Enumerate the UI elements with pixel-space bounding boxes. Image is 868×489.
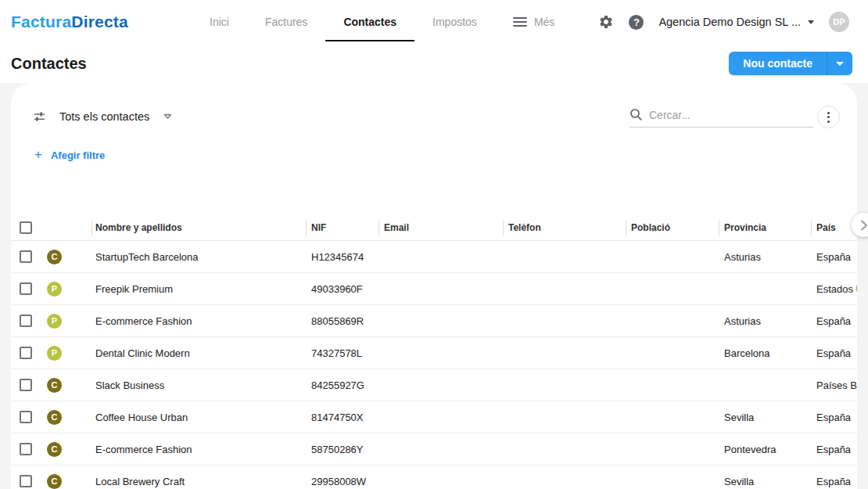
nav-item-label: Més	[534, 16, 554, 28]
table-row[interactable]: PDental Clinic Modern74327578LBarcelonaE…	[11, 337, 857, 369]
row-avatar-cell: C	[43, 410, 91, 425]
contact-province: Sevilla	[719, 476, 811, 487]
nav-item-label: Contactes	[343, 16, 396, 28]
table-row[interactable]: CCoffee House Urban81474750XSevillaEspañ…	[11, 401, 857, 433]
table-row[interactable]: PFreepik Premium49033960FEstados Unidos	[11, 273, 857, 305]
user-avatar[interactable]: DP	[829, 12, 849, 32]
row-select-cell	[11, 347, 43, 359]
nav-item-label: Impostos	[432, 16, 477, 28]
contact-country: España	[811, 412, 857, 423]
chevron-down-outline-icon	[163, 113, 172, 120]
contact-name: E-commerce Fashion	[91, 444, 306, 455]
contact-avatar: C	[47, 474, 62, 489]
row-checkbox[interactable]	[20, 315, 32, 327]
chevron-down-icon	[836, 62, 844, 66]
table-row[interactable]: PE-commerce Fashion88055869RAsturiasEspa…	[11, 305, 857, 337]
column-header-province[interactable]: Provincia	[719, 222, 811, 233]
nav-item-contactes[interactable]: Contactes	[325, 0, 414, 44]
contact-nif: 29958008W	[306, 476, 378, 487]
column-header-email[interactable]: Email	[378, 222, 503, 233]
table-body: CStartupTech BarcelonaH12345674AsturiasE…	[11, 241, 857, 489]
search-box	[629, 108, 813, 128]
search-input[interactable]	[649, 109, 813, 121]
hamburger-icon	[513, 15, 527, 29]
row-avatar-cell: P	[43, 346, 91, 361]
column-header-country[interactable]: País	[811, 222, 857, 233]
company-name: Agencia Demo Design SL ...	[658, 16, 801, 28]
row-avatar-cell: C	[43, 474, 91, 489]
select-all-cell	[11, 221, 43, 234]
contact-province: Sevilla	[719, 412, 811, 423]
contact-country: España	[811, 347, 857, 359]
help-icon[interactable]: ?	[629, 15, 644, 30]
view-selector-label: Tots els contactes	[59, 110, 149, 123]
row-checkbox[interactable]	[20, 347, 32, 359]
contact-province: Barcelona	[719, 347, 811, 359]
contact-nif: H12345674	[306, 251, 378, 263]
column-header-phone[interactable]: Telèfon	[503, 222, 626, 233]
nav-item-factures[interactable]: Factures	[247, 0, 325, 44]
contact-country: España	[811, 251, 857, 263]
row-checkbox[interactable]	[20, 250, 32, 263]
nav-item-inici[interactable]: Inici	[192, 0, 247, 44]
new-contact-button[interactable]: Nou contacte	[729, 52, 827, 75]
contact-name: Coffee House Urban	[91, 412, 306, 423]
page-title: Contactes	[11, 55, 87, 73]
add-filter-label: Afegir filtre	[51, 149, 105, 161]
contact-avatar: C	[47, 442, 62, 457]
settings-gear-icon[interactable]	[598, 14, 614, 30]
brand-logo[interactable]: FacturaDirecta	[11, 0, 128, 44]
contact-nif: 49033960F	[306, 283, 378, 295]
table-row[interactable]: CStartupTech BarcelonaH12345674AsturiasE…	[11, 241, 857, 273]
contact-country: Estados Unidos	[811, 283, 857, 295]
navbar-right: ? Agencia Demo Design SL ... DP	[598, 0, 849, 44]
contact-avatar: P	[47, 282, 62, 297]
contact-nif: 84255927G	[306, 379, 378, 391]
row-checkbox[interactable]	[20, 475, 32, 487]
table-row[interactable]: CLocal Brewery Craft29958008WSevillaEspa…	[11, 466, 857, 489]
row-checkbox[interactable]	[20, 379, 32, 391]
view-selector[interactable]: Tots els contactes	[33, 110, 172, 124]
column-header-nif[interactable]: NIF	[306, 222, 378, 233]
nav-item-mes[interactable]: Més	[495, 0, 572, 44]
table-row[interactable]: CE-commerce Fashion58750286YPontevedraEs…	[11, 433, 857, 466]
chevron-right-icon	[859, 220, 868, 231]
contact-country: España	[811, 315, 857, 327]
row-select-cell	[11, 315, 43, 327]
contact-province: Asturias	[719, 315, 811, 327]
chevron-down-icon	[808, 20, 814, 24]
contact-avatar: C	[47, 378, 62, 393]
nav-item-impostos[interactable]: Impostos	[414, 0, 495, 44]
table-options-kebab-button[interactable]	[817, 106, 840, 128]
column-header-name[interactable]: Nombre y apellidos	[91, 222, 306, 233]
contacts-card: Tots els contactes + Afegir filtre	[11, 83, 857, 489]
row-select-cell	[11, 282, 43, 295]
contact-avatar: C	[47, 410, 62, 425]
row-select-cell	[11, 379, 43, 391]
question-mark-glyph: ?	[629, 15, 644, 30]
new-contact-split-button: Nou contacte	[729, 52, 852, 75]
contact-name: Freepik Premium	[91, 283, 306, 295]
contact-country: España	[811, 476, 857, 487]
brand-part-2: Directa	[71, 13, 128, 31]
account-switcher[interactable]: Agencia Demo Design SL ...	[658, 16, 814, 28]
contact-country: Países Bajos	[811, 379, 857, 391]
app-screen: FacturaDirecta Inici Factures Contactes …	[0, 0, 868, 489]
title-bar: Contactes Nou contacte	[0, 44, 868, 83]
row-checkbox[interactable]	[20, 282, 32, 295]
search-icon	[629, 108, 643, 121]
row-checkbox[interactable]	[20, 443, 32, 455]
top-header-band: FacturaDirecta Inici Factures Contactes …	[0, 0, 868, 83]
contact-province: Pontevedra	[719, 444, 811, 455]
navbar: FacturaDirecta Inici Factures Contactes …	[0, 0, 868, 44]
column-header-city[interactable]: Població	[626, 222, 719, 233]
contact-nif: 58750286Y	[306, 444, 378, 455]
new-contact-dropdown-button[interactable]	[827, 52, 852, 75]
row-checkbox[interactable]	[20, 411, 32, 423]
add-filter-link[interactable]: + Afegir filtre	[34, 149, 105, 161]
contact-country: España	[811, 444, 857, 455]
table-row[interactable]: CSlack Business84255927GPaíses Bajos	[11, 369, 857, 401]
card-toolbar: Tots els contactes + Afegir filtre	[11, 83, 857, 215]
select-all-checkbox[interactable]	[20, 221, 32, 234]
row-select-cell	[11, 475, 43, 487]
